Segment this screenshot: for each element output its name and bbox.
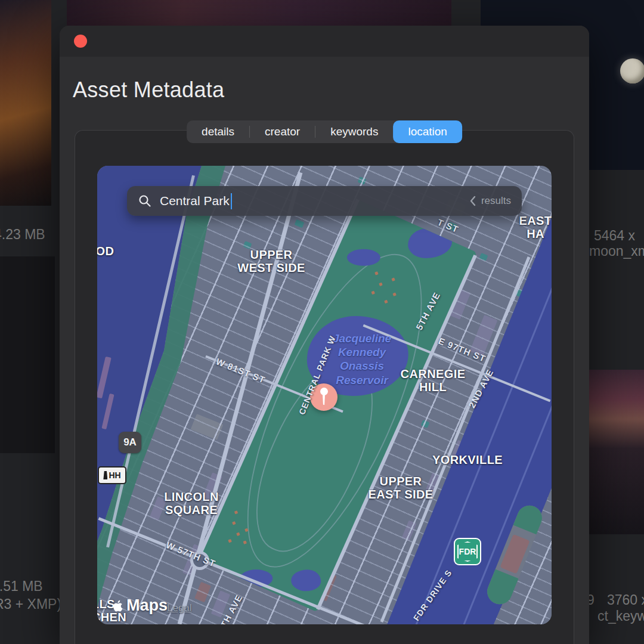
bg-filesize-label-2: 4.51 MB [0, 578, 43, 595]
turtle-pond [347, 249, 380, 266]
tree-dot [236, 532, 240, 536]
tree-dot [228, 539, 231, 543]
results-button[interactable]: results [469, 195, 511, 207]
bg-photo-sunset-left [0, 0, 51, 206]
map-label-yorkville: YORKVILLE [432, 453, 503, 466]
search-icon [138, 194, 152, 208]
map-label-reservoir: Jacqueline Kennedy Onassis Reservoir [333, 332, 391, 387]
text-cursor [231, 193, 233, 209]
bg-dimensions-label-2: 3760 x [607, 592, 644, 608]
apple-maps-logo: Maps [112, 596, 168, 615]
park-lake [291, 569, 321, 591]
pin-stem [323, 395, 326, 405]
map-label-east-harlem-cut: EAST HA [519, 214, 552, 241]
tab-details[interactable]: details [187, 120, 249, 143]
asset-metadata-dialog: Asset Metadata details creator keywords … [60, 26, 589, 644]
bg-photo-seascape-right [589, 370, 644, 534]
bg-dimensions-label: 5464 x [594, 228, 635, 244]
shield-fdr-outline: FDR [457, 541, 478, 562]
bg-photo-sunset-top [67, 0, 451, 26]
tab-keywords[interactable]: keywords [315, 120, 393, 143]
map-search-bar[interactable]: Central Park results [127, 186, 522, 216]
page-title: Asset Metadata [73, 78, 224, 103]
apple-icon [112, 598, 125, 614]
bg-filename-label: moon_xm [589, 243, 644, 259]
tree-dot [243, 540, 247, 544]
results-label: results [481, 195, 511, 207]
map-label-upper-west-side: UPPER WEST SIDE [237, 248, 305, 275]
bg-filesize-label: 4.23 MB [0, 227, 45, 243]
window-titlebar [60, 26, 589, 57]
route-shield-hh: HH [98, 466, 126, 484]
legal-link[interactable]: Legal [167, 602, 192, 614]
lighthouse-icon [103, 471, 107, 479]
bg-format-label: R3 + XMP) [0, 596, 61, 612]
route-shield-fdr: FDR [454, 538, 481, 565]
map-canvas[interactable]: OD EAST HA UPPER WEST SIDE CARNEGIE HILL… [97, 166, 552, 624]
tree-dot [234, 510, 238, 514]
bg-filename-label-2: ct_keywor [597, 608, 644, 624]
maps-wordmark: Maps [126, 596, 168, 615]
search-input[interactable]: Central Park [160, 194, 230, 208]
map-label-upper-east-side: UPPER EAST SIDE [368, 475, 433, 501]
tree-dot [232, 521, 236, 525]
route-shield-9a: 9A [119, 432, 141, 453]
bg-photo-dark-left [0, 256, 55, 453]
close-window-button[interactable] [74, 35, 87, 48]
shield-fdr-text: FDR [459, 547, 476, 556]
map-label-od-cut: OD [97, 244, 114, 258]
shield-hh-text: HH [109, 470, 120, 480]
pin-head [320, 388, 328, 395]
map-label-lincoln-square: LINCOLN SQUARE [164, 490, 219, 517]
tab-location[interactable]: location [393, 120, 462, 143]
moon-image [620, 58, 644, 83]
shield-9a-text: 9A [123, 436, 137, 448]
map-label-carnegie-hill: CARNEGIE HILL [401, 367, 466, 394]
chevron-left-icon [469, 196, 476, 206]
tab-creator[interactable]: creator [250, 120, 315, 143]
tab-bar: details creator keywords location [187, 120, 462, 143]
